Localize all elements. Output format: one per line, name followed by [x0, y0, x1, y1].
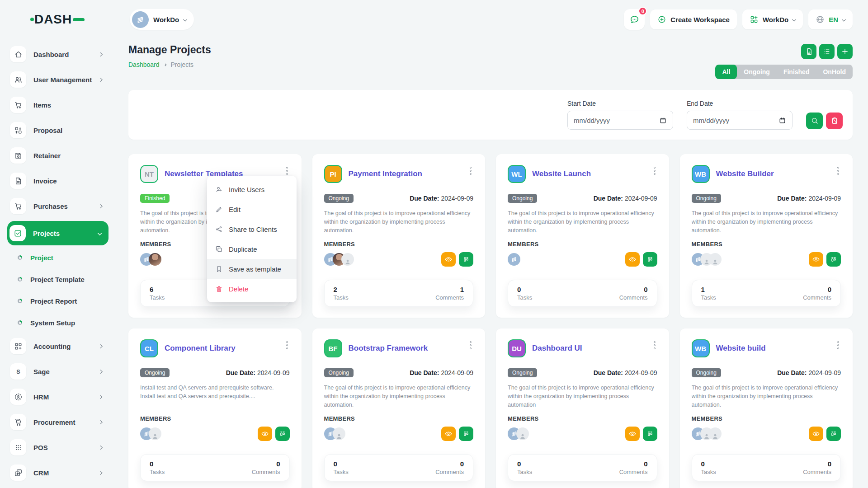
menu-item-edit[interactable]: Edit	[207, 199, 297, 219]
view-project-button[interactable]	[258, 427, 272, 441]
reset-filter-button[interactable]	[826, 113, 843, 129]
messages-button[interactable]: 0	[624, 9, 645, 30]
sidebar-item-dashboard[interactable]: Dashboard	[7, 44, 108, 65]
view-project-button[interactable]	[625, 427, 640, 441]
project-title-link[interactable]: Website Builder	[716, 169, 774, 178]
tab-all[interactable]: All	[715, 65, 737, 79]
sidebar-item-proposal[interactable]: Proposal	[7, 120, 108, 141]
calendar-icon[interactable]	[778, 117, 786, 124]
project-card-website-build: WB Website build Ongoing Due Date: 2024-…	[680, 328, 853, 488]
kanban-icon	[462, 430, 470, 438]
tasks-count: 0	[150, 460, 165, 468]
menu-item-invite-users[interactable]: Invite Users	[207, 179, 297, 199]
card-menu-button[interactable]	[652, 339, 657, 351]
sidebar-item-items[interactable]: Items	[7, 94, 108, 115]
comments-label: Comments	[803, 469, 831, 475]
tab-onhold[interactable]: OnHold	[816, 65, 853, 79]
sidebar-item-crm[interactable]: CRM	[7, 462, 108, 483]
invite-users-icon	[215, 186, 223, 193]
card-menu-button[interactable]	[652, 165, 657, 177]
menu-item-delete[interactable]: Delete	[207, 279, 297, 299]
project-description: The goal of this project is to improve o…	[692, 209, 841, 235]
view-project-button[interactable]	[809, 427, 823, 441]
logo-text: DASH	[34, 12, 72, 27]
menu-item-save-as-template[interactable]: Save as template	[207, 259, 297, 279]
kanban-board-button[interactable]	[826, 427, 841, 441]
sidebar-item-procurement[interactable]: Procurement	[7, 412, 108, 432]
tasks-label: Tasks	[334, 469, 349, 475]
member-avatars	[324, 427, 345, 440]
list-view-button[interactable]	[819, 44, 835, 59]
kanban-board-button[interactable]	[459, 427, 473, 441]
sidebar-item-user-management[interactable]: User Management	[7, 69, 108, 90]
card-menu-button[interactable]	[835, 165, 841, 177]
card-menu-button[interactable]	[284, 165, 290, 177]
sidebar-subitem-project-template[interactable]: Project Template	[7, 271, 108, 288]
sidebar-item-label: Sage	[33, 368, 50, 375]
card-menu-button[interactable]	[468, 165, 473, 177]
card-menu-button[interactable]	[468, 339, 473, 351]
sidebar-item-label: Items	[33, 101, 51, 109]
view-project-button[interactable]	[809, 252, 823, 267]
calendar-icon[interactable]	[659, 117, 667, 124]
tasks-count: 0	[701, 460, 716, 468]
sidebar-subitem-project[interactable]: Project	[7, 249, 108, 266]
sidebar-item-accounting[interactable]: Accounting	[7, 336, 108, 357]
add-project-button[interactable]	[837, 44, 853, 59]
project-title-link[interactable]: Bootstrap Framework	[349, 344, 428, 353]
sidebar-subitem-system-setup[interactable]: System Setup	[7, 314, 108, 331]
kanban-board-button[interactable]	[826, 252, 841, 267]
member-avatar-photo	[149, 253, 161, 266]
workspace-avatar	[132, 11, 149, 28]
workspace-switcher[interactable]: WorkDo	[130, 9, 194, 30]
view-project-button[interactable]	[625, 252, 640, 267]
create-workspace-button[interactable]: Create Workspace	[650, 9, 737, 29]
project-title-link[interactable]: Dashboard UI	[532, 344, 582, 353]
project-title-link[interactable]: Website Launch	[532, 169, 591, 178]
kanban-board-button[interactable]	[459, 252, 473, 267]
sidebar-item-invoice[interactable]: Invoice	[7, 170, 108, 191]
project-title-link[interactable]: Component Library	[165, 344, 236, 353]
menu-item-share-to-clients[interactable]: Share to Clients	[207, 219, 297, 239]
sidebar-item-purchases[interactable]: Purchases	[7, 196, 108, 216]
users-icon	[14, 75, 23, 84]
sidebar-item-sage[interactable]: S Sage	[7, 361, 108, 382]
comments-label: Comments	[619, 294, 648, 301]
copy-template-button[interactable]	[801, 44, 816, 59]
search-button[interactable]	[806, 113, 823, 129]
sidebar-item-label: CRM	[33, 469, 49, 477]
breadcrumb-home-link[interactable]: Dashboard	[128, 61, 160, 68]
project-title-link[interactable]: Website build	[716, 344, 766, 353]
sidebar-item-pos[interactable]: POS	[7, 437, 108, 458]
card-menu-button[interactable]	[284, 339, 290, 351]
app-logo[interactable]: DASH	[30, 12, 85, 27]
chevron-right-icon	[163, 63, 166, 66]
sidebar-item-retainer[interactable]: Retainer	[7, 145, 108, 166]
svg-text:S: S	[16, 368, 20, 375]
menu-item-duplicate[interactable]: Duplicate	[207, 239, 297, 259]
sidebar-subitem-project-report[interactable]: Project Report	[7, 292, 108, 310]
comments-count: 0	[619, 286, 648, 293]
copy-template-icon	[805, 47, 813, 56]
language-selector[interactable]: EN	[808, 9, 853, 29]
sidebar-item-hrm[interactable]: HRM	[7, 386, 108, 407]
chevron-down-icon	[792, 17, 797, 22]
start-date-input[interactable]: mm/dd/yyyy	[567, 111, 673, 130]
project-card-dashboard-ui: DU Dashboard UI Ongoing Due Date: 2024-0…	[496, 328, 669, 488]
end-date-input[interactable]: mm/dd/yyyy	[687, 111, 793, 130]
project-avatar: CL	[140, 339, 158, 357]
kanban-board-button[interactable]	[643, 427, 657, 441]
project-title-link[interactable]: Payment Integration	[349, 169, 422, 178]
sidebar-item-projects[interactable]: Projects	[7, 221, 108, 245]
status-badge: Ongoing	[140, 368, 170, 377]
chevron-right-icon	[99, 394, 103, 399]
view-project-button[interactable]	[441, 252, 456, 267]
view-project-button[interactable]	[441, 427, 456, 441]
app-menu-button[interactable]: WorkDo	[742, 9, 803, 29]
tab-finished[interactable]: Finished	[777, 65, 816, 79]
kanban-board-button[interactable]	[643, 252, 657, 267]
member-avatar-placeholder	[709, 253, 722, 266]
card-menu-button[interactable]	[835, 339, 841, 351]
kanban-board-button[interactable]	[275, 427, 290, 441]
tab-ongoing[interactable]: Ongoing	[737, 65, 777, 79]
